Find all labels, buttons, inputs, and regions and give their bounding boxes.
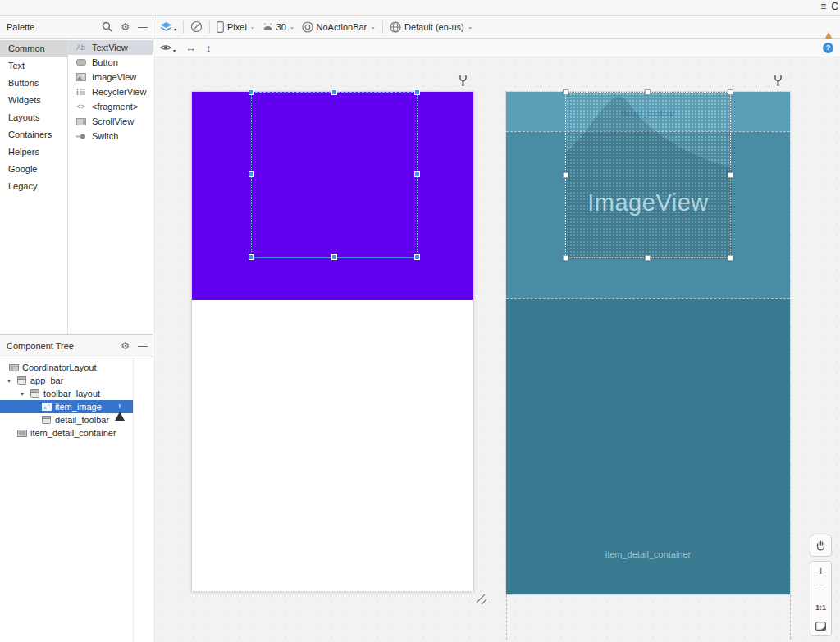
tree-node-item_image[interactable]: item_image ! xyxy=(0,400,133,413)
zoom-in-button[interactable]: + xyxy=(810,562,831,581)
tree-node-label: app_bar xyxy=(30,376,63,385)
tree-node-label: toolbar_layout xyxy=(43,389,100,398)
view-options-toolbar: ▾ ↔ ↕ ? xyxy=(153,39,840,57)
palette-category-text[interactable]: Text xyxy=(0,57,67,75)
constrain-horizontal-button[interactable]: ↔ xyxy=(185,42,196,54)
selection-overlay[interactable] xyxy=(251,92,418,258)
resize-handle[interactable] xyxy=(563,172,568,178)
help-button[interactable]: ? xyxy=(823,43,833,53)
blueprint-preview[interactable]: detail_toolbar item_detail_container Ima… xyxy=(506,92,790,594)
minimize-icon[interactable]: — xyxy=(138,340,148,352)
gear-icon[interactable]: ⚙ xyxy=(121,340,130,352)
theme-selector[interactable]: NoActionBar ⌄ xyxy=(302,21,376,33)
locale-label: Default (en-us) xyxy=(404,22,464,32)
palette-item-button[interactable]: Button xyxy=(68,55,153,70)
minimize-icon[interactable]: — xyxy=(138,21,148,33)
expand-arrow-icon[interactable]: ▼ xyxy=(5,378,13,384)
resize-handle[interactable] xyxy=(728,89,733,95)
resize-handle[interactable] xyxy=(331,89,337,95)
palette-item-label: RecyclerView xyxy=(92,87,146,97)
resize-handle[interactable] xyxy=(728,172,733,178)
palette-category-legacy[interactable]: Legacy xyxy=(0,178,67,195)
palette-category-widgets[interactable]: Widgets xyxy=(0,92,67,109)
palette-category-list: Common Text Buttons Widgets Layouts Cont… xyxy=(0,39,68,334)
palette-category-containers[interactable]: Containers xyxy=(0,126,67,143)
palette-category-common[interactable]: Common xyxy=(0,40,67,57)
component-tree-panel: Component Tree ⚙ — CoordinatorLayout ▼ a… xyxy=(0,334,153,642)
warnings-button[interactable]: ! xyxy=(824,22,833,32)
zoom-actual-button[interactable]: 1:1 xyxy=(810,599,831,617)
button-icon xyxy=(75,59,87,66)
resize-handle[interactable] xyxy=(414,89,420,95)
device-resize-handle[interactable] xyxy=(474,592,489,607)
component-tree-header: Component Tree ⚙ — xyxy=(0,335,153,357)
palette-panel: Palette ⚙ — Common Text Buttons Widgets … xyxy=(0,16,153,334)
palette-item-textview[interactable]: Ab TextView xyxy=(68,40,153,55)
imageview-icon xyxy=(75,73,87,81)
zoom-out-button[interactable]: − xyxy=(810,581,831,599)
locale-selector[interactable]: Default (en-us) ⌄ xyxy=(390,21,472,33)
chevron-down-icon: ⌄ xyxy=(250,23,256,30)
resize-handle[interactable] xyxy=(563,89,568,95)
palette-item-switch[interactable]: Switch xyxy=(68,129,153,143)
code-view-label[interactable]: C xyxy=(831,1,838,12)
view-options-button[interactable]: ▾ xyxy=(160,43,176,53)
resize-handle[interactable] xyxy=(645,89,651,95)
resize-handle[interactable] xyxy=(331,254,337,260)
palette-category-layouts[interactable]: Layouts xyxy=(0,109,67,126)
palette-category-google[interactable]: Google xyxy=(0,161,67,178)
zoom-controls: + − 1:1 xyxy=(810,561,832,636)
component-tree-title: Component Tree xyxy=(7,341,74,351)
orientation-button[interactable] xyxy=(190,20,203,33)
resize-handle[interactable] xyxy=(563,255,568,261)
tree-node-app_bar[interactable]: ▼ app_bar xyxy=(0,374,133,387)
resize-handle[interactable] xyxy=(728,255,733,261)
palette-item-label: <fragment> xyxy=(92,102,138,112)
toolbar-separator xyxy=(209,20,210,34)
palette-item-recyclerview[interactable]: RecyclerView xyxy=(68,84,153,99)
wrench-icon[interactable] xyxy=(459,75,468,87)
palette-item-scrollview[interactable]: ScrollView xyxy=(68,114,153,129)
device-selector[interactable]: Pixel ⌄ xyxy=(217,21,256,33)
pan-button[interactable] xyxy=(810,535,832,557)
resize-handle[interactable] xyxy=(249,254,254,260)
zoom-fit-button[interactable] xyxy=(810,617,831,636)
palette-category-buttons[interactable]: Buttons xyxy=(0,75,67,92)
resize-handle[interactable] xyxy=(249,89,254,95)
chevron-down-icon: ⌄ xyxy=(468,23,473,30)
design-preview[interactable] xyxy=(191,91,474,592)
blueprint-frame-edge xyxy=(790,595,791,640)
expand-arrow-icon[interactable]: ▼ xyxy=(18,391,26,397)
api-selector[interactable]: 30 ⌄ xyxy=(262,22,295,32)
tree-node-item_detail_container[interactable]: item_detail_container xyxy=(0,426,133,439)
chevron-down-icon: ⌄ xyxy=(290,23,295,30)
blueprint-selection-overlay[interactable]: ImageView xyxy=(565,92,731,258)
tree-node-label: detail_toolbar xyxy=(55,415,109,425)
chevron-down-icon: ⌄ xyxy=(370,23,376,30)
palette-category-helpers[interactable]: Helpers xyxy=(0,143,67,161)
hand-icon xyxy=(815,540,826,551)
tree-node-coordinatorlayout[interactable]: CoordinatorLayout xyxy=(0,361,133,374)
design-canvas[interactable]: detail_toolbar item_detail_container Ima… xyxy=(153,57,840,642)
resize-handle[interactable] xyxy=(414,254,420,260)
constrain-vertical-button[interactable]: ↕ xyxy=(206,42,212,54)
switch-icon xyxy=(75,134,87,139)
tree-node-detail_toolbar[interactable]: detail_toolbar xyxy=(0,413,133,426)
blueprint-imageview-label: ImageView xyxy=(566,189,730,216)
tree-node-toolbar_layout[interactable]: ▼ toolbar_layout xyxy=(0,387,133,400)
resize-handle[interactable] xyxy=(249,171,254,177)
hamburger-menu-icon[interactable]: ≡ xyxy=(820,1,826,12)
search-icon[interactable] xyxy=(102,21,112,32)
eye-icon xyxy=(160,43,171,52)
wrench-icon[interactable] xyxy=(774,75,783,87)
palette-item-imageview[interactable]: ImageView xyxy=(68,70,153,84)
imageview-placeholder-mountain xyxy=(566,93,732,259)
layout-editor-window: ≡ C Palette ⚙ — Common Text Buttons Widg… xyxy=(0,0,840,642)
resize-handle[interactable] xyxy=(414,171,420,177)
design-surface-button[interactable]: ▾ xyxy=(160,21,176,32)
palette-item-fragment[interactable]: <> <fragment> xyxy=(68,99,153,114)
gear-icon[interactable]: ⚙ xyxy=(121,21,130,33)
blueprint-frame-edge xyxy=(506,595,507,640)
resize-handle[interactable] xyxy=(645,255,651,261)
blueprint-container-region[interactable]: item_detail_container xyxy=(506,298,790,594)
